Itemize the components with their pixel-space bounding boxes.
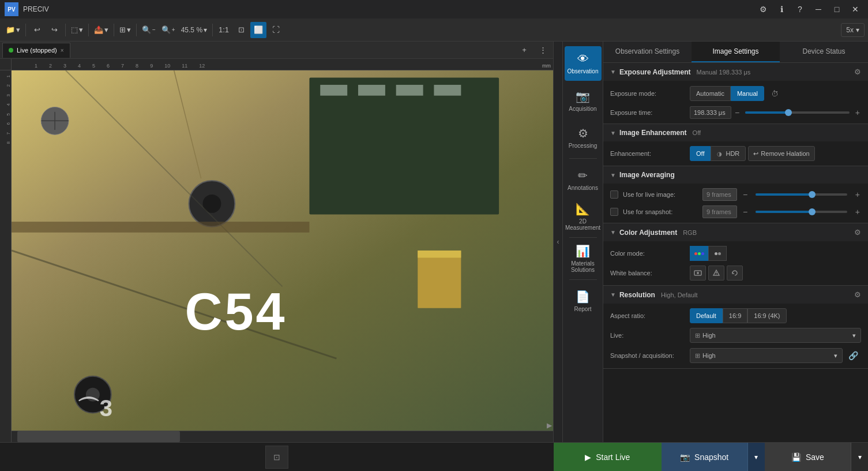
snapshot-label: Snapshot: [694, 453, 728, 462]
nav-acquisition[interactable]: 📷 Acquisition: [565, 83, 602, 118]
start-live-btn[interactable]: ▶ Start Live: [554, 443, 662, 472]
exposure-auto-btn[interactable]: Automatic: [690, 86, 731, 101]
nav-2d-measurement[interactable]: 📐 2D Measurement: [565, 199, 602, 234]
averaging-snapshot-thumb[interactable]: [809, 208, 816, 215]
fit-view-btn[interactable]: ⊡: [265, 446, 288, 469]
play-icon: ▶: [585, 453, 591, 462]
image-enhancement-header[interactable]: ▼ Image Enhancement Off: [603, 124, 868, 141]
color-gear-icon[interactable]: ⚙: [854, 228, 861, 237]
nav-annotations[interactable]: ✏ Annotations: [565, 162, 602, 197]
nav-processing[interactable]: ⚙ Processing: [565, 120, 602, 155]
exposure-slider-thumb[interactable]: [785, 109, 792, 116]
exposure-decrease-btn[interactable]: −: [734, 108, 741, 117]
collapse-panel-btn[interactable]: ‹: [553, 42, 562, 442]
zoom-level-dropdown[interactable]: 45.5 % ▾: [179, 25, 209, 35]
color-mode-mono-btn[interactable]: [708, 246, 727, 261]
save-btn[interactable]: 💾 Save: [765, 443, 851, 472]
mono-dot-2: [718, 252, 721, 255]
bottom-right: ▶ Start Live 📷 Snapshot ▾ 💾 Save ▾: [554, 443, 868, 472]
aspect-169-4k-btn[interactable]: 16:9 (4K): [747, 308, 786, 323]
tab-device-status[interactable]: Device Status: [780, 42, 868, 62]
nav-report-label: Report: [574, 306, 591, 312]
color-mode-rgb-btn[interactable]: [690, 246, 708, 261]
exposure-increase-btn[interactable]: +: [854, 108, 861, 117]
nav-sep-2: [569, 237, 597, 238]
magnification-display[interactable]: 5x ▾: [841, 23, 865, 37]
exposure-timer-btn[interactable]: ⏱: [766, 85, 783, 102]
averaging-live-slider[interactable]: [756, 193, 847, 196]
maximize-btn[interactable]: □: [829, 1, 845, 17]
export-btn[interactable]: 📤▾: [92, 22, 111, 38]
wb-auto-btn[interactable]: [690, 266, 706, 281]
full-image-btn[interactable]: ⬜: [250, 22, 266, 38]
zoom-in-btn[interactable]: 🔍+: [159, 22, 178, 38]
averaging-live-decrease[interactable]: −: [742, 190, 749, 199]
svg-rect-1: [309, 77, 499, 214]
exposure-time-label: Exposure time:: [610, 109, 685, 116]
averaging-snapshot-slider[interactable]: [756, 211, 847, 213]
tab-close-btn[interactable]: ×: [61, 47, 64, 54]
fullscreen-btn[interactable]: ⛶: [268, 22, 284, 38]
file-menu-btn[interactable]: 📁▾: [3, 22, 22, 38]
fit-window-btn[interactable]: ⊡: [233, 22, 249, 38]
zoom-out-btn[interactable]: 🔍−: [140, 22, 158, 38]
rgb-dots: [694, 252, 704, 255]
mono-dot: [715, 252, 717, 255]
averaging-live-checkbox[interactable]: [610, 190, 618, 199]
toolbar-sep-6: [212, 24, 213, 36]
tab-image-settings[interactable]: Image Settings: [692, 42, 780, 62]
titlebar: PV PRECIV ⚙ ℹ ? ─ □ ✕: [0, 0, 868, 18]
redo-btn[interactable]: ↪: [46, 22, 62, 38]
selection-tool-btn[interactable]: ⬚▾: [69, 22, 85, 38]
view-options-btn[interactable]: ⋮: [535, 42, 551, 58]
help-btn[interactable]: ?: [792, 1, 808, 17]
minimize-btn[interactable]: ─: [810, 1, 826, 17]
tab-observation-settings[interactable]: Observation Settings: [603, 42, 692, 62]
nav-sidebar: 👁 Observation 📷 Acquisition ⚙ Processing…: [562, 42, 603, 442]
averaging-snapshot-increase[interactable]: +: [854, 207, 861, 216]
save-dropdown-btn[interactable]: ▾: [851, 443, 868, 472]
resolution-header[interactable]: ▼ Resolution High, Default ⚙: [603, 286, 868, 304]
wb-reset-btn[interactable]: [727, 266, 743, 281]
nav-materials[interactable]: 📊 Materials Solutions: [565, 241, 602, 276]
exposure-manual-btn[interactable]: Manual: [731, 86, 764, 101]
save-label: Save: [806, 453, 824, 462]
scroll-right-arrow[interactable]: ▶: [547, 421, 552, 429]
averaging-live-thumb[interactable]: [809, 191, 816, 198]
svg-rect-11: [418, 251, 461, 308]
enhancement-off-btn[interactable]: Off: [690, 146, 711, 161]
info-btn[interactable]: ℹ: [773, 1, 790, 17]
color-adjustment-header[interactable]: ▼ Color Adjustment RGB ⚙: [603, 223, 868, 241]
resolution-gear-icon[interactable]: ⚙: [854, 290, 861, 299]
zoom-1to1-btn[interactable]: 1:1: [216, 22, 232, 38]
exposure-slider[interactable]: [745, 111, 850, 114]
close-btn[interactable]: ✕: [847, 1, 863, 17]
wb-manual-btn[interactable]: [708, 266, 724, 281]
exposure-header[interactable]: ▼ Exposure Adjustment Manual 198.333 μs …: [603, 63, 868, 81]
snapshot-dropdown-btn[interactable]: ▾: [747, 443, 765, 472]
averaging-live-increase[interactable]: +: [854, 190, 861, 199]
exposure-mode-btn-group: Automatic Manual: [690, 86, 764, 101]
settings-titlebar-btn[interactable]: ⚙: [755, 1, 771, 17]
nav-report[interactable]: 📄 Report: [565, 283, 602, 318]
save-icon: 💾: [791, 453, 801, 462]
live-resolution-dropdown[interactable]: ⊞ High ▾: [690, 328, 861, 343]
image-averaging-header[interactable]: ▼ Image Averaging: [603, 166, 868, 184]
live-tab[interactable]: Live (stopped) ×: [2, 43, 70, 58]
enhancement-hdr-btn[interactable]: ◑ HDR: [711, 146, 746, 161]
scrollbar-bottom[interactable]: [12, 431, 553, 442]
layout-btn[interactable]: ⊞▾: [117, 22, 133, 38]
aspect-default-btn[interactable]: Default: [690, 308, 723, 323]
aspect-169-btn[interactable]: 16:9: [723, 308, 747, 323]
snapshot-btn[interactable]: 📷 Snapshot: [662, 443, 747, 472]
color-content: Color mode:: [603, 241, 868, 285]
averaging-snapshot-decrease[interactable]: −: [742, 207, 749, 216]
remove-halation-btn[interactable]: ↩ Remove Halation: [748, 146, 814, 161]
link-resolutions-btn[interactable]: 🔗: [845, 347, 861, 364]
nav-observation[interactable]: 👁 Observation: [565, 46, 602, 81]
averaging-snapshot-checkbox[interactable]: [610, 208, 618, 216]
exposure-gear-icon[interactable]: ⚙: [854, 68, 861, 76]
snapshot-resolution-dropdown[interactable]: ⊞ High ▾: [690, 348, 843, 363]
undo-btn[interactable]: ↩: [29, 22, 45, 38]
new-view-btn[interactable]: +: [516, 42, 532, 58]
